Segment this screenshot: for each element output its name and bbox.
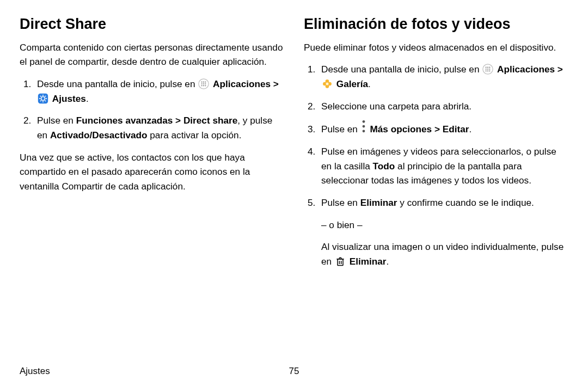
more-options-icon — [361, 121, 366, 132]
step-5: Pulse en Eliminar y confirme cuando se l… — [318, 195, 568, 269]
apps-grid-icon — [482, 64, 493, 75]
svg-point-9 — [205, 85, 206, 86]
step-2: Pulse en Funciones avanzadas > Direct sh… — [34, 113, 284, 142]
svg-point-22 — [487, 67, 488, 68]
steps-eliminacion: Desde una pantalla de inicio, pulse en A… — [304, 62, 568, 268]
footer-page-number: 75 — [289, 366, 299, 377]
svg-point-37 — [362, 130, 365, 133]
step-5-post: y confirme cuando se le indique. — [397, 197, 534, 208]
svg-point-34 — [326, 83, 329, 85]
gallery-flower-icon — [322, 78, 333, 89]
svg-point-7 — [201, 85, 203, 86]
svg-point-3 — [205, 82, 206, 83]
step-3: Pulse en Más opciones > Editar. — [318, 121, 568, 137]
alt-instruction: Al visualizar una imagen o un video indi… — [321, 240, 568, 268]
step-1: Desde una pantalla de inicio, pulse en A… — [318, 62, 568, 91]
svg-point-21 — [486, 67, 487, 68]
ajustes-label: Ajustes — [52, 93, 86, 104]
period: . — [387, 256, 389, 267]
step-3-b: Más opciones > Editar — [370, 124, 469, 134]
intro-direct-share: Comparta contenido con ciertas personas … — [20, 40, 284, 69]
column-left: Direct Share Comparta contenido con cier… — [20, 15, 284, 277]
gt-sep: > — [273, 78, 279, 89]
svg-line-17 — [45, 100, 46, 101]
svg-line-19 — [45, 96, 46, 97]
period: . — [469, 124, 471, 134]
svg-point-8 — [203, 85, 204, 86]
step-2: Seleccione una carpeta para abrirla. — [318, 99, 568, 114]
step-2-b2: Activado/Desactivado — [50, 130, 148, 140]
step-1-text: Desde una pantalla de inicio, pulse en — [37, 78, 198, 89]
svg-point-25 — [487, 69, 488, 70]
step-1: Desde una pantalla de inicio, pulse en A… — [34, 77, 284, 106]
svg-point-24 — [486, 69, 487, 70]
steps-direct-share: Desde una pantalla de inicio, pulse en A… — [20, 77, 284, 143]
apps-grid-icon — [198, 78, 209, 89]
alt-b: Eliminar — [350, 256, 387, 267]
svg-point-29 — [489, 71, 491, 72]
svg-point-23 — [489, 67, 491, 68]
svg-line-16 — [40, 96, 41, 97]
svg-point-35 — [362, 120, 365, 123]
svg-point-2 — [203, 82, 204, 83]
svg-point-26 — [489, 69, 491, 70]
step-2-post: para activar la opción. — [148, 130, 242, 140]
svg-line-18 — [40, 100, 41, 101]
page-footer: Ajustes 75 — [20, 366, 568, 377]
step-4: Pulse en imágenes y videos para seleccio… — [318, 144, 568, 188]
step-3-pre: Pulse en — [321, 124, 360, 134]
heading-direct-share: Direct Share — [20, 15, 284, 34]
galeria-label: Galería — [336, 78, 368, 89]
svg-point-1 — [201, 82, 203, 83]
svg-point-5 — [203, 83, 204, 84]
step-4-b: Todo — [373, 161, 395, 171]
svg-rect-38 — [338, 259, 343, 266]
svg-point-6 — [205, 83, 206, 84]
svg-point-4 — [201, 83, 203, 84]
footer-section-label: Ajustes — [20, 366, 50, 377]
step-2-b1: Funciones avanzadas > Direct share — [76, 115, 238, 126]
step-5-pre: Pulse en — [321, 197, 360, 208]
apps-label: Aplicaciones — [497, 64, 555, 75]
or-divider: – o bien – — [321, 218, 568, 232]
gt-sep: > — [558, 64, 563, 75]
step-1-text: Desde una pantalla de inicio, pulse en — [321, 64, 482, 75]
svg-point-36 — [362, 125, 365, 128]
svg-point-28 — [487, 71, 488, 72]
svg-point-27 — [486, 71, 487, 72]
heading-eliminacion: Eliminación de fotos y videos — [304, 15, 568, 34]
settings-gear-icon — [38, 93, 48, 104]
page-body: Direct Share Comparta contenido con cier… — [0, 0, 588, 277]
apps-label: Aplicaciones — [213, 78, 271, 89]
intro-eliminacion: Puede eliminar fotos y videos almacenado… — [304, 40, 568, 55]
outro-direct-share: Una vez que se active, los contactos con… — [20, 150, 284, 194]
step-2-pre: Pulse en — [37, 115, 76, 126]
period: . — [368, 78, 371, 89]
step-5-b: Eliminar — [360, 197, 397, 208]
period: . — [86, 93, 89, 104]
trash-icon — [335, 256, 346, 267]
column-right: Eliminación de fotos y videos Puede elim… — [304, 15, 568, 277]
